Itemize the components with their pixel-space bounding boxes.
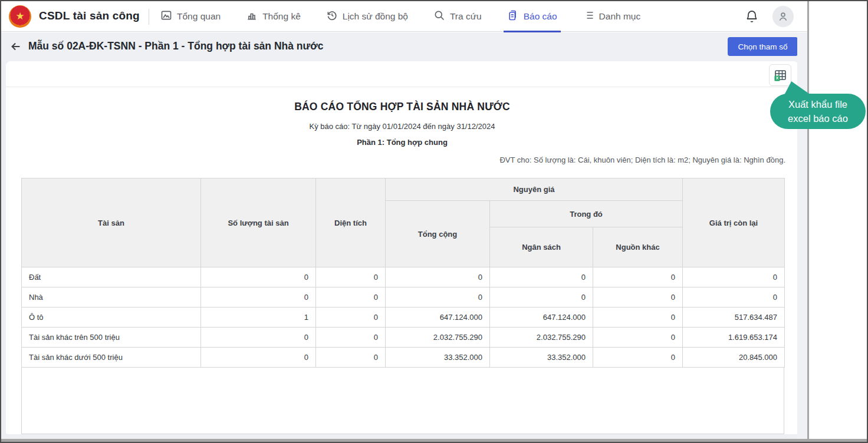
report-title: BÁO CÁO TỔNG HỢP TÀI SẢN NHÀ NƯỚC [6,101,798,113]
page-title-bar: Mẫu số 02A-ĐK-TSNN - Phần 1 - Tổng hợp t… [1,32,808,61]
quantity-cell: 0 [201,287,316,308]
back-arrow-icon[interactable] [9,40,22,53]
other-source-cell: 0 [593,328,683,348]
tab-bao-cao[interactable]: Báo cáo [506,1,558,32]
svg-text:X: X [776,75,779,81]
unit-note: ĐVT cho: Số lượng là: Cái, khuôn viên; D… [499,156,785,164]
tab-label: Danh mục [599,11,641,22]
star-icon: ★ [15,11,24,21]
quantity-cell: 1 [201,308,316,328]
tab-label: Báo cáo [524,11,557,22]
col-header-total: Tổng cộng [386,201,490,267]
table-row: Tài sản khác trên 500 triệu 0 0 2.032.75… [22,328,785,348]
budget-cell: 647.124.000 [490,308,593,328]
notifications-bell-icon[interactable] [745,9,759,24]
col-header-other-source: Nguồn khác [593,227,683,267]
asset-name-cell: Ô tô [22,308,201,328]
asset-name-cell: Nhà [22,287,201,308]
remaining-value-cell: 0 [683,267,785,287]
total-cell: 33.352.000 [386,348,490,368]
asset-name-cell: Tài sản khác trên 500 triệu [22,328,201,348]
tab-label: Thống kê [262,11,301,22]
other-source-cell: 0 [593,308,683,328]
remaining-value-cell: 1.619.653.174 [683,328,785,348]
tab-tong-quan[interactable]: Tổng quan [159,1,222,32]
other-source-cell: 0 [593,287,683,308]
tab-label: Tra cứu [450,11,482,22]
total-cell: 0 [386,267,490,287]
report-period: Kỳ báo cáo: Từ ngày 01/01/2024 đến ngày … [6,122,798,131]
tab-lich-su-dong-bo[interactable]: Lịch sử đồng bộ [325,1,409,32]
remaining-value-cell: 0 [683,287,785,308]
asset-name-cell: Đất [22,267,201,287]
budget-cell: 2.032.755.290 [490,328,593,348]
col-header-budget: Ngân sách [490,227,593,267]
nav-tabs: Tổng quan Thống kê Lịch sử đồng bộ Tra c… [159,1,642,32]
col-header-asset: Tài sản [22,178,201,267]
col-header-original-price: Nguyên giá [386,178,683,201]
app-window: ★ CSDL tài sản công Tổng quan Thống kê [0,0,868,443]
vietnam-emblem-logo: ★ [9,5,31,28]
window-bottom-edge [1,439,867,442]
remaining-value-cell: 20.845.000 [683,348,785,368]
nav-divider [149,9,149,25]
tab-label: Lịch sử đồng bộ [343,11,408,22]
table-row: Ô tô 1 0 647.124.000 647.124.000 0 517.6… [22,308,785,328]
table-row: Đất 0 0 0 0 0 0 [22,267,785,287]
tooltip-text-line2: excel báo cáo [788,111,848,125]
overview-image-icon [160,9,172,24]
top-nav: ★ CSDL tài sản công Tổng quan Thống kê [1,1,808,32]
quantity-cell: 0 [201,267,316,287]
quantity-cell: 0 [201,348,316,368]
report-section: Phần 1: Tổng hợp chung [6,138,798,147]
history-icon [326,9,338,24]
area-cell: 0 [316,287,386,308]
col-header-quantity: Số lượng tài sản [201,178,316,267]
window-right-edge [807,1,809,442]
area-cell: 0 [316,267,386,287]
content-area: X BÁO CÁO TỔNG HỢP TÀI SẢN NHÀ NƯỚC Kỳ b… [1,61,808,439]
search-icon [433,9,445,24]
app-title: CSDL tài sản công [39,9,140,22]
bar-chart-icon [246,9,258,24]
budget-cell: 0 [490,287,593,308]
tooltip-text-line1: Xuất khẩu file [788,97,847,111]
total-cell: 647.124.000 [386,308,490,328]
list-icon [583,9,594,24]
export-excel-tooltip: Xuất khẩu file excel báo cáo [770,94,866,129]
area-cell: 0 [316,308,386,328]
user-avatar[interactable] [772,6,794,27]
budget-cell: 0 [490,267,593,287]
table-empty-area [21,368,784,434]
other-source-cell: 0 [593,267,683,287]
quantity-cell: 0 [201,328,316,348]
tab-thong-ke[interactable]: Thống kê [245,1,302,32]
choose-parameters-button[interactable]: Chọn tham số [728,37,798,56]
table-row: Tài sản khác dưới 500 triệu 0 0 33.352.0… [22,348,785,368]
asset-name-cell: Tài sản khác dưới 500 triệu [22,348,201,368]
budget-cell: 33.352.000 [490,348,593,368]
col-header-remaining-value: Giá trị còn lại [683,178,785,267]
page-title: Mẫu số 02A-ĐK-TSNN - Phần 1 - Tổng hợp t… [28,40,323,52]
table-row: Nhà 0 0 0 0 0 0 [22,287,785,308]
tab-tra-cuu[interactable]: Tra cứu [432,1,483,32]
excel-spreadsheet-icon: X [773,68,787,82]
area-cell: 0 [316,328,386,348]
remaining-value-cell: 517.634.487 [683,308,785,328]
report-document-icon [507,9,519,24]
tab-label: Tổng quan [177,11,221,22]
report-card: X BÁO CÁO TỔNG HỢP TÀI SẢN NHÀ NƯỚC Kỳ b… [6,61,798,434]
col-header-area: Diện tích [316,178,386,267]
total-cell: 2.032.755.290 [386,328,490,348]
other-source-cell: 0 [593,348,683,368]
total-cell: 0 [386,287,490,308]
tab-danh-muc[interactable]: Danh mục [581,1,642,32]
report-toolbar: X [6,61,798,87]
export-excel-button[interactable]: X [769,64,791,86]
area-cell: 0 [316,348,386,368]
summary-table: Tài sản Số lượng tài sản Diện tích Nguyê… [21,178,784,434]
col-header-of-which: Trong đó [490,201,683,227]
